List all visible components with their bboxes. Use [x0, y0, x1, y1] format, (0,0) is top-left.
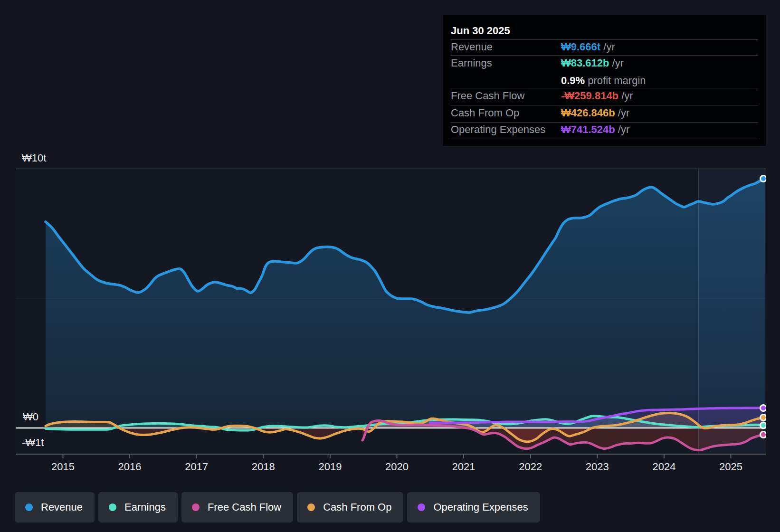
svg-text:2017: 2017: [185, 461, 208, 473]
svg-text:2015: 2015: [51, 461, 75, 473]
svg-text:2020: 2020: [385, 461, 409, 473]
svg-text:2022: 2022: [519, 461, 542, 473]
svg-text:2025: 2025: [719, 461, 742, 473]
svg-text:2016: 2016: [118, 461, 142, 473]
svg-text:₩0: ₩0: [23, 411, 38, 423]
svg-text:2021: 2021: [452, 461, 476, 473]
svg-text:₩10t: ₩10t: [22, 152, 46, 164]
svg-text:2024: 2024: [652, 461, 675, 473]
svg-text:2023: 2023: [586, 461, 609, 473]
svg-text:2019: 2019: [318, 461, 342, 473]
svg-text:-₩1t: -₩1t: [22, 437, 44, 448]
svg-text:2018: 2018: [252, 461, 275, 473]
